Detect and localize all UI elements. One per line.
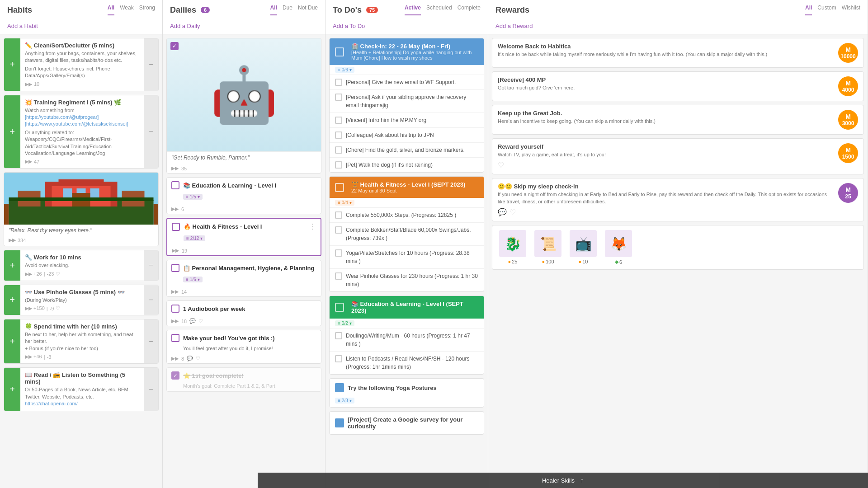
diamond-icon: ◆ <box>615 259 618 265</box>
daily-checkbox[interactable] <box>171 334 179 342</box>
pet-cost-value: 6 <box>619 259 622 265</box>
daily-checkbox[interactable]: ✓ <box>171 371 179 380</box>
todo-group-title: 📚 Education & Learning - Level I (SEPT 2… <box>351 300 478 314</box>
habit-plus-btn[interactable]: + <box>4 319 20 363</box>
dailies-tab-due[interactable]: Due <box>283 5 292 15</box>
daily-tag[interactable]: ≡ 1/6 ▾ <box>183 277 203 282</box>
habits-add-btn[interactable]: Add a Habit <box>7 23 38 29</box>
todo-group-checkbox[interactable] <box>335 183 344 192</box>
rewards-tab-all[interactable]: All <box>805 5 812 15</box>
daily-checkbox[interactable] <box>171 181 179 189</box>
todo-standalone-indicator <box>335 418 344 427</box>
reward-desc: Watch TV, play a game, eat a treat, it's… <box>498 151 835 158</box>
todo-checkbox[interactable] <box>335 226 342 234</box>
pet-avatar[interactable]: 🦊 <box>605 230 632 257</box>
heart-icon[interactable]: ♡ <box>198 318 203 324</box>
todo-standalone-tag[interactable]: ≡ 2/3 ▾ <box>335 398 354 404</box>
todo-group-tag[interactable]: ≡ 0/2 ▾ <box>335 320 354 326</box>
habit-link2[interactable]: [https://www.youtube.com/@letsasksekisen… <box>25 121 128 127</box>
habit-link[interactable]: [https://youtube.com/@ufprogear] <box>25 114 99 120</box>
daily-menu-btn[interactable]: ⋮ <box>309 222 316 231</box>
habits-tab-weak[interactable]: Weak <box>120 5 133 15</box>
habit-minus-btn[interactable]: − <box>144 38 158 91</box>
todo-checkbox[interactable] <box>335 355 342 362</box>
habit-plus-btn[interactable]: + <box>4 285 20 315</box>
heart-icon[interactable]: ♡ <box>509 208 516 216</box>
todos-add-btn[interactable]: Add a To Do <box>333 23 365 29</box>
daily-tag[interactable]: ≡ 1/5 ▾ <box>183 194 203 200</box>
reward-cost[interactable]: M 25 <box>838 183 858 203</box>
heart-icon[interactable]: ♡ <box>498 161 504 169</box>
reward-cost[interactable]: M 4000 <box>838 76 858 96</box>
streak-value: 19 <box>182 248 187 253</box>
tag-value: 1/5 <box>190 194 196 199</box>
todo-group-header: 🏥 Check-in: 22 - 26 May (Mon - Fri) [Hea… <box>330 38 484 65</box>
dailies-title: Dailies <box>170 5 196 15</box>
comment-icon[interactable]: 💬 <box>498 208 507 216</box>
todo-checkbox[interactable] <box>335 211 342 219</box>
habit-minus-btn[interactable]: − <box>144 285 158 315</box>
rewards-title: Rewards <box>495 5 529 15</box>
habit-plus-btn[interactable]: + <box>4 250 20 280</box>
todo-group-checkbox[interactable] <box>335 303 344 312</box>
streak-icon: ▶▶ <box>25 81 32 87</box>
habit-plus-btn[interactable]: + <box>4 38 20 91</box>
daily-checkbox[interactable] <box>172 223 180 231</box>
todo-checkbox[interactable] <box>335 332 342 339</box>
habit-minus-btn[interactable]: − <box>144 368 158 411</box>
dailies-tab-all[interactable]: All <box>270 5 277 15</box>
reward-item: [Receive] 400 MP Got too much gold? Give… <box>492 71 864 101</box>
habit-minus-btn[interactable]: − <box>144 319 158 363</box>
rewards-add-btn[interactable]: Add a Reward <box>495 23 533 29</box>
dailies-add-row: Add a Daily <box>163 18 325 34</box>
reward-title: Keep up the Great Job. <box>498 110 835 117</box>
pet-cost-value: 100 <box>546 259 554 264</box>
comment-icon[interactable]: 💬 <box>189 318 196 324</box>
daily-checkbox[interactable] <box>171 305 179 313</box>
habit-plus-btn[interactable]: + <box>4 368 20 411</box>
dailies-tab-notdue[interactable]: Not Due <box>298 5 318 15</box>
todo-checkbox[interactable] <box>335 146 342 154</box>
heart-icon[interactable]: ♡ <box>196 356 200 361</box>
pet-avatar[interactable]: 📜 <box>534 230 561 257</box>
rewards-tab-wishlist[interactable]: Wishlist <box>842 5 860 15</box>
pet-cost: ● 10 <box>579 259 588 264</box>
todo-group-checkbox[interactable] <box>335 47 344 56</box>
daily-tag[interactable]: ≡ 2/12 ▾ <box>184 235 205 241</box>
pet-cost: ● 25 <box>508 259 518 264</box>
todos-tab-scheduled[interactable]: Scheduled <box>426 5 452 15</box>
todo-checkbox[interactable] <box>335 131 342 139</box>
reward-cost[interactable]: M 3000 <box>838 110 858 130</box>
skills-arrow[interactable]: ↑ <box>580 476 584 484</box>
daily-item: 📋 Personal Management, Hygiene, & Planni… <box>166 260 321 297</box>
daily-desc: Month's goal: Complete Part 1 & 2, & Par… <box>183 383 316 389</box>
pet-avatar[interactable]: 📺 <box>570 230 597 257</box>
reward-cost[interactable]: M 10000 <box>838 43 858 63</box>
rewards-tab-custom[interactable]: Custom <box>817 5 836 15</box>
todo-checkbox[interactable] <box>335 161 342 169</box>
habit-minus-btn[interactable]: − <box>144 250 158 280</box>
daily-check-wrapper[interactable]: ✓ <box>170 42 182 50</box>
todo-checkbox[interactable] <box>335 117 342 124</box>
pet-avatar[interactable]: 🐉 <box>499 230 526 257</box>
todos-tab-active[interactable]: Active <box>405 5 421 15</box>
habit-plus-btn[interactable]: + <box>4 95 20 169</box>
todo-group-tag[interactable]: ≡ 0/6 ▾ <box>335 67 354 73</box>
comment-icon[interactable]: 💬 <box>187 356 193 361</box>
streak-up: ▶▶ +46 <box>25 354 42 360</box>
habits-tab-strong[interactable]: Strong <box>139 5 155 15</box>
todos-tab-complete[interactable]: Complete <box>458 5 481 15</box>
reward-cost[interactable]: M 1500 <box>838 143 858 163</box>
todo-group-tag[interactable]: ≡ 0/4 ▾ <box>335 200 354 206</box>
habit-link[interactable]: https://chat.openai.com/ <box>25 401 78 406</box>
todo-checkbox[interactable] <box>335 94 342 101</box>
dailies-add-btn[interactable]: Add a Daily <box>170 23 200 29</box>
todo-checkbox[interactable] <box>335 249 342 257</box>
todo-checkbox[interactable] <box>335 272 342 280</box>
pet-cost-value: 25 <box>512 259 517 264</box>
habit-minus-btn[interactable]: − <box>144 95 158 169</box>
daily-checkbox[interactable] <box>171 264 179 272</box>
todo-checkbox[interactable] <box>335 79 342 86</box>
habits-tab-all[interactable]: All <box>108 5 114 15</box>
daily-checkbox[interactable]: ✓ <box>170 42 179 50</box>
